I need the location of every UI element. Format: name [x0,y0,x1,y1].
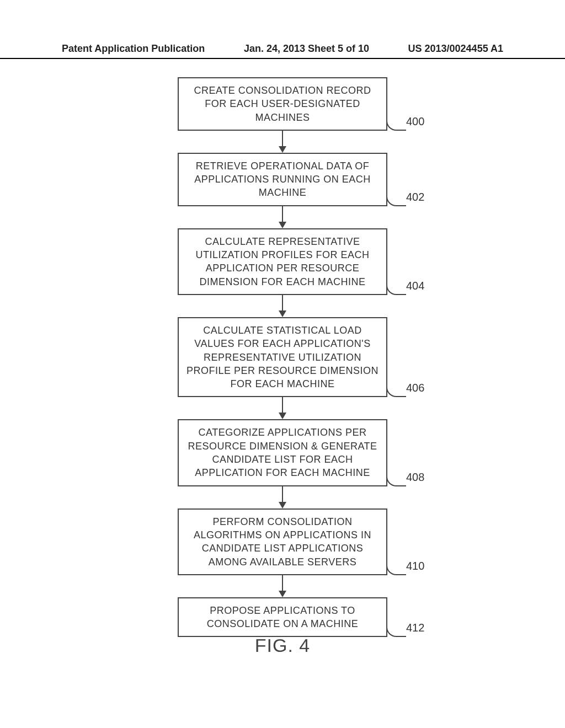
ref-leader [386,284,406,295]
flow-box-408: CATEGORIZE APPLICATIONS PER RESOURCE DIM… [178,419,387,486]
arrow-down-icon [279,575,286,597]
flow-step: CATEGORIZE APPLICATIONS PER RESOURCE DIM… [178,419,387,486]
page: Patent Application Publication Jan. 24, … [0,0,565,728]
flow-step: CALCULATE STATISTICAL LOAD VALUES FOR EA… [178,317,387,397]
ref-number-408: 408 [406,471,424,484]
arrow-down-icon [279,206,286,228]
flow-box-400: CREATE CONSOLIDATION RECORD FOR EACH USE… [178,77,387,131]
arrow-down-icon [279,397,286,419]
ref-leader [386,386,406,397]
header-bar: Patent Application Publication Jan. 24, … [0,43,565,59]
flow-step: CALCULATE REPRESENTATIVE UTILIZATION PRO… [178,228,387,295]
flow-step: RETRIEVE OPERATIONAL DATA OF APPLICATION… [178,153,387,206]
ref-leader [386,564,406,575]
flow-box-412: PROPOSE APPLICATIONS TO CONSOLIDATE ON A… [178,597,387,638]
flow-step: PERFORM CONSOLIDATION ALGORITHMS ON APPL… [178,508,387,575]
flow-step: CREATE CONSOLIDATION RECORD FOR EACH USE… [178,77,387,131]
figure-label: FIG. 4 [0,635,565,656]
flow-step: PROPOSE APPLICATIONS TO CONSOLIDATE ON A… [178,597,387,638]
arrow-down-icon [279,486,286,508]
flow-box-404: CALCULATE REPRESENTATIVE UTILIZATION PRO… [178,228,387,295]
ref-number-410: 410 [406,560,424,572]
ref-number-406: 406 [406,382,424,394]
ref-leader [386,475,406,486]
arrow-down-icon [279,295,286,317]
header-center: Jan. 24, 2013 Sheet 5 of 10 [244,43,369,55]
ref-leader [386,195,406,206]
flow-box-410: PERFORM CONSOLIDATION ALGORITHMS ON APPL… [178,508,387,575]
header-left: Patent Application Publication [62,43,205,55]
ref-leader [386,120,406,131]
ref-number-404: 404 [406,280,424,292]
ref-number-412: 412 [406,622,424,634]
flowchart: CREATE CONSOLIDATION RECORD FOR EACH USE… [0,77,565,637]
ref-number-402: 402 [406,191,424,204]
flow-box-406: CALCULATE STATISTICAL LOAD VALUES FOR EA… [178,317,387,397]
arrow-down-icon [279,131,286,153]
flow-box-402: RETRIEVE OPERATIONAL DATA OF APPLICATION… [178,153,387,206]
header-right: US 2013/0024455 A1 [408,43,503,55]
ref-number-400: 400 [406,115,424,128]
